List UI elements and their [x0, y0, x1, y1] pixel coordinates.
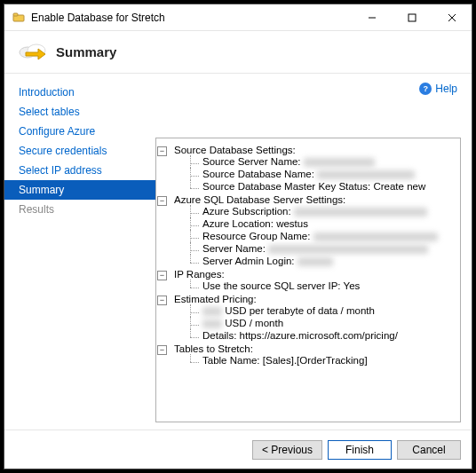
tree-node-pricing[interactable]: − Estimated Pricing: USD per terabyte of… — [162, 293, 456, 343]
step-sidebar: Introduction Select tables Configure Azu… — [4, 74, 155, 430]
help-icon: ? — [419, 83, 432, 95]
finish-button[interactable]: Finish — [328, 440, 392, 460]
redacted-value — [268, 245, 428, 254]
tree-leaf: Source Database Name: — [190, 168, 456, 180]
sidebar-item-select-tables[interactable]: Select tables — [4, 102, 155, 122]
sidebar-item-summary[interactable]: Summary — [4, 180, 155, 200]
window-controls — [352, 4, 472, 30]
previous-button[interactable]: < Previous — [252, 440, 322, 460]
main-panel: ? Help − Source Database Settings: Sourc… — [155, 74, 472, 430]
tree-leaf: USD / month — [190, 317, 456, 329]
svg-rect-1 — [13, 13, 18, 16]
sidebar-item-results: Results — [4, 200, 155, 219]
tree-node-ip-ranges[interactable]: − IP Ranges: Use the source SQL server I… — [162, 268, 456, 293]
titlebar: Enable Database for Stretch — [4, 4, 472, 31]
redacted-value — [313, 233, 438, 241]
redacted-value — [294, 208, 427, 217]
tree-node-azure-server[interactable]: − Azure SQL Database Server Settings: Az… — [162, 193, 456, 268]
sidebar-item-configure-azure[interactable]: Configure Azure — [4, 122, 155, 141]
tree-leaf: Table Name: [Sales].[OrderTracking] — [190, 354, 456, 367]
wizard-footer: < Previous Finish Cancel — [4, 430, 472, 469]
tree-leaf: Resource Group Name: — [190, 230, 456, 242]
tree-leaf: Azure Location: westus — [190, 217, 456, 230]
redacted-value — [202, 319, 222, 328]
dialog-window: Enable Database for Stretch Summary Intr… — [4, 4, 472, 469]
redacted-value — [317, 170, 415, 179]
collapse-icon[interactable]: − — [157, 146, 167, 156]
page-title: Summary — [56, 44, 116, 59]
tree-leaf: Source Database Master Key Status: Creat… — [190, 180, 456, 193]
tree-heading: Azure SQL Database Server Settings: — [174, 194, 345, 205]
sidebar-item-secure-credentials[interactable]: Secure credentials — [4, 141, 155, 161]
tree-leaf: Server Name: — [190, 242, 456, 255]
tree-node-source-db[interactable]: − Source Database Settings: Source Serve… — [162, 144, 456, 193]
collapse-icon[interactable]: − — [157, 196, 167, 206]
help-link[interactable]: ? Help — [155, 81, 461, 102]
sidebar-item-select-ip[interactable]: Select IP address — [4, 161, 155, 180]
tree-heading: Source Database Settings: — [174, 145, 296, 155]
redacted-value — [202, 307, 222, 316]
app-icon — [12, 11, 26, 25]
tree-leaf: Azure Subscription: — [190, 205, 456, 217]
redacted-value — [298, 257, 333, 266]
collapse-icon[interactable]: − — [157, 271, 167, 280]
tree-node-tables[interactable]: − Tables to Stretch: Table Name: [Sales]… — [162, 343, 456, 367]
maximize-button[interactable] — [392, 4, 432, 30]
tree-leaf: Use the source SQL server IP: Yes — [190, 280, 456, 292]
wizard-body: Introduction Select tables Configure Azu… — [4, 74, 472, 430]
sidebar-item-introduction[interactable]: Introduction — [4, 83, 155, 102]
collapse-icon[interactable]: − — [157, 345, 167, 355]
tree-leaf: Server Admin Login: — [190, 255, 456, 267]
tree-heading: IP Ranges: — [174, 269, 225, 280]
summary-tree: − Source Database Settings: Source Serve… — [155, 138, 461, 422]
minimize-button[interactable] — [352, 4, 392, 30]
collapse-icon[interactable]: − — [157, 296, 167, 305]
tree-heading: Estimated Pricing: — [174, 294, 257, 304]
help-label: Help — [435, 83, 457, 95]
tree-leaf: USD per terabyte of data / month — [190, 304, 456, 317]
wizard-header: Summary — [4, 31, 472, 74]
svg-rect-3 — [409, 14, 416, 21]
window-title: Enable Database for Stretch — [31, 12, 352, 24]
tree-heading: Tables to Stretch: — [174, 343, 253, 354]
close-button[interactable] — [432, 4, 472, 30]
stretch-db-icon — [19, 38, 47, 67]
redacted-value — [304, 158, 375, 167]
cancel-button[interactable]: Cancel — [397, 440, 461, 460]
tree-leaf: Source Server Name: — [190, 155, 456, 168]
tree-leaf: Details: https://azure.microsoft.com/pri… — [190, 329, 456, 342]
